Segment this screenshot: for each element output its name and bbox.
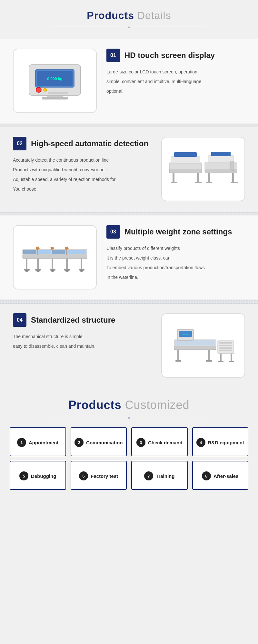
- feature-title-1: HD touch screen display: [124, 51, 215, 60]
- sep-1: [0, 124, 258, 127]
- feature-header-3: 03 Multiple weight zone settings: [106, 225, 245, 239]
- svg-point-6: [36, 87, 41, 92]
- svg-point-49: [65, 270, 69, 272]
- svg-point-7: [44, 88, 47, 91]
- product-image-2: [161, 137, 245, 201]
- product-image-4: LCD: [161, 313, 245, 378]
- feature-content-4: 04 Standardized structure The mechanical…: [13, 313, 152, 351]
- customized-title: Products Customized: [10, 398, 248, 412]
- feature-desc-4-line-1: The mechanical structure is simple,: [13, 332, 152, 341]
- title-bold: Products: [87, 10, 134, 21]
- divider-left: [52, 27, 124, 27]
- svg-rect-38: [52, 259, 53, 270]
- step-num-5: 5: [19, 471, 28, 480]
- svg-rect-36: [26, 259, 27, 270]
- step-num-7: 7: [144, 471, 153, 480]
- sep-3: [0, 300, 258, 304]
- feature-desc-3-line-2: It is the preset weight class. can: [106, 253, 245, 262]
- step-num-8: 8: [202, 471, 211, 480]
- svg-rect-62: [219, 345, 232, 346]
- svg-rect-24: [206, 182, 212, 183]
- svg-rect-65: [177, 350, 179, 361]
- num-badge-2: 02: [13, 137, 26, 150]
- feature-desc-2-line-3: Adjustable speed, a variety of rejection…: [13, 175, 152, 184]
- svg-rect-63: [219, 347, 232, 349]
- feature-desc-3-line-3: To embed various production/transportati…: [106, 263, 245, 272]
- title-divider: ▲: [52, 24, 206, 29]
- feature-title-3: Multiple weight zone settings: [124, 227, 232, 236]
- customized-section: Products Customized ▲ 1 Appointment 2 Co…: [0, 389, 258, 503]
- feature-header-1: 01 HD touch screen display: [106, 49, 245, 62]
- step-num-6: 6: [79, 471, 88, 480]
- svg-rect-32: [23, 250, 36, 254]
- svg-rect-14: [173, 173, 174, 183]
- feature-desc-1-line-3: optional.: [106, 87, 245, 96]
- feature-desc-2-line-2: Products with unqualified weight, convey…: [13, 165, 152, 174]
- step-inner-4: 4 R&D equipment: [196, 438, 244, 447]
- svg-rect-26: [231, 161, 234, 171]
- feature-section-4: LCD 04: [0, 304, 258, 387]
- feature-section-3: 03 Multiple weight zone settings Classif…: [0, 215, 258, 299]
- num-badge-4: 04: [13, 313, 26, 327]
- feature-desc-2: Accurately detect the continuous product…: [13, 156, 152, 194]
- svg-rect-8: [48, 92, 68, 94]
- machine-svg-4: LCD: [168, 320, 239, 371]
- svg-rect-17: [195, 182, 202, 183]
- feature-row-2: 02 High-speed automatic detection Accura…: [13, 137, 245, 201]
- svg-rect-25: [231, 182, 238, 183]
- svg-text:LCD: LCD: [183, 333, 188, 336]
- feature-row-1: 0.000 kg 01 HD touch screen display Larg…: [13, 49, 245, 113]
- step-inner-7: 7 Training: [144, 471, 174, 480]
- svg-rect-12: [171, 156, 200, 163]
- feature-content-1: 01 HD touch screen display Large-size co…: [106, 49, 245, 96]
- step-box-1: 1 Appointment: [10, 427, 66, 456]
- svg-rect-40: [81, 259, 82, 270]
- customized-divider-left: [52, 417, 124, 417]
- feature-desc-3: Classify products of different weights I…: [106, 244, 245, 282]
- feature-header-2: 02 High-speed automatic detection: [13, 137, 152, 150]
- svg-rect-61: [219, 342, 232, 344]
- svg-point-47: [36, 270, 40, 272]
- feature-desc-3-line-1: Classify products of different weights: [106, 244, 245, 253]
- num-badge-3: 03: [106, 225, 120, 239]
- step-inner-5: 5 Debugging: [19, 471, 56, 480]
- num-badge-1: 01: [106, 49, 120, 62]
- svg-point-50: [80, 270, 84, 272]
- step-label-4: R&D equipment: [208, 440, 244, 445]
- machine-svg-2: [168, 143, 239, 195]
- svg-rect-16: [171, 182, 177, 183]
- steps-grid: 1 Appointment 2 Communication 3 Check de…: [10, 427, 248, 490]
- step-inner-2: 2 Communication: [74, 438, 123, 447]
- svg-point-48: [51, 270, 55, 272]
- svg-rect-23: [232, 173, 234, 183]
- step-box-4: 4 R&D equipment: [192, 427, 249, 456]
- svg-rect-9: [52, 95, 64, 96]
- step-inner-1: 1 Appointment: [17, 438, 58, 447]
- svg-rect-39: [66, 259, 68, 270]
- svg-rect-68: [206, 360, 212, 362]
- step-num-2: 2: [74, 438, 84, 447]
- customized-chevron-icon: ▲: [127, 414, 131, 420]
- product-image-3: [13, 225, 97, 289]
- step-box-8: 8 After-sales: [192, 461, 249, 490]
- feature-row-4: LCD 04: [13, 313, 245, 378]
- svg-rect-35: [67, 250, 86, 254]
- step-box-6: 6 Factory test: [71, 461, 127, 490]
- feature-title-4: Standardized structure: [31, 316, 115, 325]
- svg-rect-11: [169, 163, 202, 170]
- feature-desc-4: The mechanical structure is simple, easy…: [13, 332, 152, 351]
- feature-desc-2-line-1: Accurately detect the continuous product…: [13, 156, 152, 165]
- svg-rect-13: [174, 152, 197, 157]
- svg-rect-33: [38, 250, 51, 254]
- feature-desc-1-line-1: Large-size color LCD touch screen, opera…: [106, 67, 245, 76]
- step-inner-6: 6 Factory test: [79, 471, 118, 480]
- svg-rect-70: [231, 354, 232, 362]
- step-label-5: Debugging: [31, 473, 56, 479]
- customized-title-bold: Products: [68, 398, 121, 412]
- feature-content-2: 02 High-speed automatic detection Accura…: [13, 137, 152, 194]
- svg-rect-71: [218, 361, 223, 362]
- customized-divider: ▲: [52, 414, 206, 420]
- feature-header-4: 04 Standardized structure: [13, 313, 152, 327]
- customized-header: Products Customized ▲: [10, 398, 248, 420]
- feature-desc-3-line-4: In the waterline.: [106, 273, 245, 282]
